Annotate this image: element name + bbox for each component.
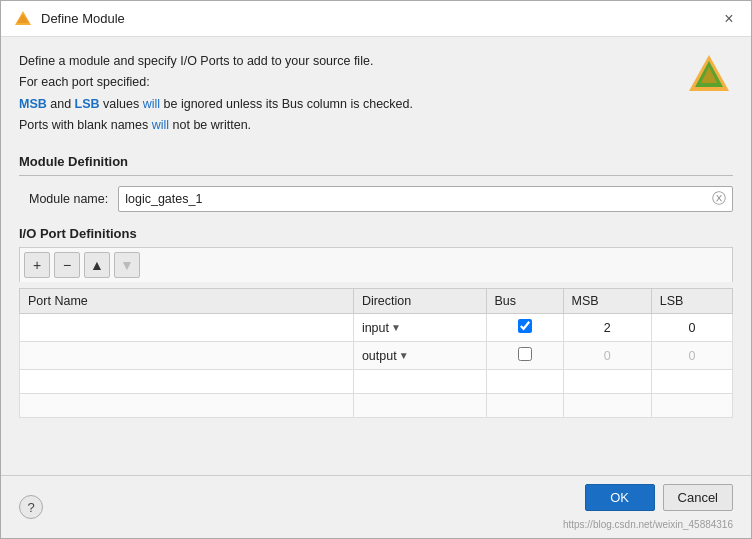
port-name-cell-2	[20, 342, 354, 370]
col-lsb: LSB	[651, 289, 732, 314]
empty-cell	[353, 370, 486, 394]
will-label-2: will	[152, 118, 169, 132]
info-line3: MSB and LSB values will be ignored unles…	[19, 94, 413, 115]
col-port-name: Port Name	[20, 289, 354, 314]
module-name-row: Module name: ⓧ	[19, 186, 733, 212]
module-definition-label: Module Definition	[19, 154, 733, 169]
lsb-cell-2: 0	[651, 342, 732, 370]
module-name-label: Module name:	[29, 192, 108, 206]
empty-cell	[20, 370, 354, 394]
table-row: output ▼ 0 0	[20, 342, 733, 370]
io-toolbar: + − ▲ ▼	[19, 247, 733, 282]
io-port-table: Port Name Direction Bus MSB LSB input	[19, 288, 733, 418]
empty-cell	[651, 394, 732, 418]
table-row: input ▼ 2 0	[20, 314, 733, 342]
bus-cell-2	[486, 342, 563, 370]
msb-cell-1: 2	[563, 314, 651, 342]
port-name-cell-1	[20, 314, 354, 342]
direction-chevron-2[interactable]: ▼	[399, 350, 409, 361]
info-section: Define a module and specify I/O Ports to…	[19, 51, 733, 136]
bus-checkbox-1[interactable]	[518, 319, 532, 333]
table-row	[20, 394, 733, 418]
move-up-button[interactable]: ▲	[84, 252, 110, 278]
msb-label: MSB	[19, 97, 47, 111]
vivado-logo-icon	[685, 51, 733, 99]
section-divider-1	[19, 175, 733, 176]
info-line1: Define a module and specify I/O Ports to…	[19, 51, 413, 72]
watermark-text: https://blog.csdn.net/weixin_45884316	[563, 519, 733, 530]
empty-cell	[651, 370, 732, 394]
dialog-footer: ? OK Cancel https://blog.csdn.net/weixin…	[1, 475, 751, 538]
remove-port-button[interactable]: −	[54, 252, 80, 278]
msb-cell-2: 0	[563, 342, 651, 370]
module-name-input-wrap: ⓧ	[118, 186, 733, 212]
empty-cell	[486, 370, 563, 394]
title-bar-left: Define Module	[13, 9, 125, 29]
move-down-button[interactable]: ▼	[114, 252, 140, 278]
footer-right: OK Cancel https://blog.csdn.net/weixin_4…	[563, 484, 733, 530]
ok-button[interactable]: OK	[585, 484, 655, 511]
empty-cell	[563, 394, 651, 418]
cancel-button[interactable]: Cancel	[663, 484, 733, 511]
port-name-input-2[interactable]	[28, 349, 345, 363]
dialog-title: Define Module	[41, 11, 125, 26]
col-bus: Bus	[486, 289, 563, 314]
bus-checkbox-2[interactable]	[518, 347, 532, 361]
empty-cell	[353, 394, 486, 418]
footer-left: ?	[19, 495, 43, 519]
module-name-input[interactable]	[125, 192, 708, 206]
define-module-dialog: Define Module × Define a module and spec…	[0, 0, 752, 539]
empty-cell	[563, 370, 651, 394]
info-line2: For each port specified:	[19, 72, 413, 93]
app-logo-icon	[13, 9, 33, 29]
help-button[interactable]: ?	[19, 495, 43, 519]
title-bar: Define Module ×	[1, 1, 751, 37]
info-text: Define a module and specify I/O Ports to…	[19, 51, 413, 136]
table-row	[20, 370, 733, 394]
col-direction: Direction	[353, 289, 486, 314]
dialog-body: Define a module and specify I/O Ports to…	[1, 37, 751, 475]
close-button[interactable]: ×	[719, 9, 739, 29]
will-label-1: will	[143, 97, 160, 111]
module-definition-section: Module Definition Module name: ⓧ	[19, 154, 733, 212]
direction-cell-1: input ▼	[353, 314, 486, 342]
empty-cell	[486, 394, 563, 418]
lsb-cell-1: 0	[651, 314, 732, 342]
direction-value-2: output	[362, 349, 397, 363]
direction-chevron-1[interactable]: ▼	[391, 322, 401, 333]
clear-input-icon[interactable]: ⓧ	[712, 190, 726, 208]
io-port-section: I/O Port Definitions + − ▲ ▼ Port Name D…	[19, 226, 733, 465]
footer-buttons: OK Cancel	[585, 484, 733, 511]
direction-cell-2: output ▼	[353, 342, 486, 370]
direction-value-1: input	[362, 321, 389, 335]
port-name-input-1[interactable]	[28, 321, 345, 335]
col-msb: MSB	[563, 289, 651, 314]
lsb-label: LSB	[75, 97, 100, 111]
info-line4: Ports with blank names will not be writt…	[19, 115, 413, 136]
bus-cell-1	[486, 314, 563, 342]
io-port-label: I/O Port Definitions	[19, 226, 733, 241]
add-port-button[interactable]: +	[24, 252, 50, 278]
empty-cell	[20, 394, 354, 418]
